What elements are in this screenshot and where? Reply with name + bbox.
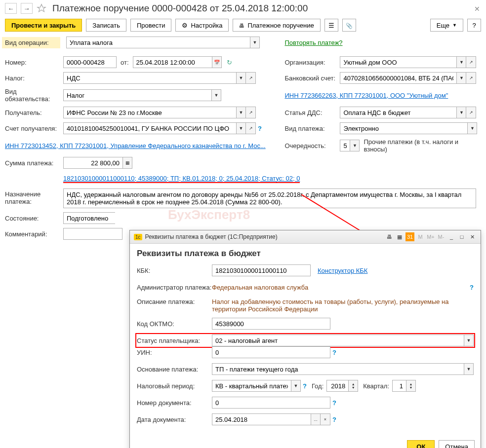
open-icon[interactable]: ↗: [246, 72, 256, 84]
year-input[interactable]: [326, 380, 348, 392]
recipient-acc-input[interactable]: [63, 122, 236, 134]
desc-label: Описание платежа:: [137, 298, 212, 305]
dropdown-icon[interactable]: ▼: [291, 380, 301, 392]
comment-input[interactable]: [63, 228, 122, 240]
repeat-payment-link[interactable]: Повторять платеж?: [284, 39, 342, 46]
dropdown-icon[interactable]: ▼: [464, 363, 474, 375]
maximize-icon[interactable]: □: [457, 232, 466, 241]
operation-type-input[interactable]: [66, 37, 250, 48]
bank-acc-input[interactable]: [340, 72, 456, 84]
m-minus-icon[interactable]: M-: [437, 232, 446, 241]
calendar-icon[interactable]: 31: [405, 232, 414, 241]
dropdown-icon[interactable]: ▼: [467, 122, 477, 134]
basis-input[interactable]: [212, 363, 464, 375]
ok-button[interactable]: ОК: [407, 440, 435, 448]
open-icon[interactable]: ↗: [246, 122, 256, 134]
liability-input[interactable]: [63, 89, 211, 101]
date-input[interactable]: [133, 56, 212, 68]
recipient-input[interactable]: [63, 107, 236, 118]
liability-label: Вид обязательства:: [5, 88, 63, 103]
period-input[interactable]: [212, 380, 291, 392]
print-payment-button[interactable]: Платежное поручение: [233, 19, 320, 32]
close-icon[interactable]: ✕: [474, 5, 480, 13]
close-icon[interactable]: ✕: [468, 232, 477, 241]
tax-label: Налог:: [5, 75, 63, 82]
dropdown-icon[interactable]: ▼: [464, 335, 474, 346]
purpose-textarea[interactable]: НДС, удержанный налоговым агентом по дог…: [63, 188, 476, 208]
more-button[interactable]: Еще ▼: [430, 19, 463, 32]
help-icon[interactable]: ?: [332, 416, 336, 423]
dropdown-icon[interactable]: ▼: [236, 122, 246, 134]
kbk-summary-link[interactable]: 18210301000011000110; 45389000; ТП; КВ.0…: [63, 175, 300, 182]
dropdown-icon[interactable]: ▼: [456, 107, 466, 118]
oktmo-input[interactable]: [212, 318, 330, 330]
minimize-icon[interactable]: _: [447, 232, 456, 241]
refresh-icon[interactable]: ↻: [227, 59, 232, 66]
dropdown-icon[interactable]: ▼: [350, 140, 360, 151]
org-input[interactable]: [340, 56, 456, 68]
dropdown-icon[interactable]: ▼: [236, 72, 246, 84]
oktmo-label: Код ОКТМО:: [137, 320, 212, 328]
tax-input[interactable]: [63, 72, 236, 84]
admin-value: Федеральная налоговая служба: [212, 284, 308, 291]
m-plus-icon[interactable]: M+: [426, 232, 435, 241]
docdate-input[interactable]: [212, 413, 311, 425]
help-icon[interactable]: ?: [303, 382, 307, 390]
dialog-window-title: Реквизиты платежа в бюджет (1С:Предприят…: [145, 233, 278, 240]
structure-button[interactable]: ☰: [324, 19, 338, 32]
budget-payment-dialog: 1c Реквизиты платежа в бюджет (1С:Предпр…: [129, 230, 481, 448]
help-icon[interactable]: ?: [332, 399, 336, 407]
help-icon[interactable]: ?: [258, 125, 262, 132]
status-input[interactable]: [212, 335, 464, 346]
clear-icon[interactable]: ×: [321, 413, 330, 425]
kbk-input[interactable]: [212, 264, 311, 276]
settings-button[interactable]: Настройка: [175, 19, 229, 32]
calculator-icon[interactable]: ▦: [122, 157, 132, 169]
dropdown-icon[interactable]: ▼: [456, 72, 466, 84]
m-icon[interactable]: M: [416, 232, 425, 241]
nav-back-button[interactable]: ←: [5, 3, 17, 14]
grid-icon[interactable]: ▦: [395, 232, 404, 241]
period-label: Налоговый период:: [137, 382, 212, 390]
spinner-icon[interactable]: ▲▼: [406, 380, 416, 392]
post-and-close-button[interactable]: Провести и закрыть: [5, 19, 82, 32]
cancel-button[interactable]: Отмена: [439, 440, 475, 448]
nav-forward-button[interactable]: →: [21, 3, 33, 14]
dropdown-icon[interactable]: ▼: [211, 89, 221, 101]
dds-input[interactable]: [340, 107, 456, 118]
org-details-link[interactable]: ИНН 7723662263, КПП 772301001, ООО "Уютн…: [284, 92, 448, 99]
dropdown-icon[interactable]: ▼: [456, 56, 466, 68]
dialog-title: Реквизиты платежа в бюджет: [137, 249, 474, 259]
docnum-input[interactable]: [212, 397, 330, 409]
kbk-constructor-link[interactable]: Конструктор КБК: [318, 267, 367, 274]
payment-type-input[interactable]: [340, 122, 467, 134]
attach-button[interactable]: [342, 19, 356, 32]
help-icon[interactable]: ?: [470, 284, 474, 291]
open-icon[interactable]: ↗: [466, 107, 476, 118]
open-icon[interactable]: ↗: [466, 72, 476, 84]
calendar-icon[interactable]: [212, 56, 222, 68]
dds-label: Статья ДДС:: [284, 109, 340, 116]
print-icon[interactable]: 🖶: [385, 232, 394, 241]
priority-label: Очередность:: [284, 142, 340, 149]
open-icon[interactable]: ↗: [466, 56, 476, 68]
post-button[interactable]: Провести: [130, 19, 172, 32]
select-icon[interactable]: ...: [311, 413, 321, 425]
save-button[interactable]: Записать: [86, 19, 126, 32]
amount-input[interactable]: [63, 157, 122, 169]
priority-input[interactable]: [340, 140, 350, 151]
help-button[interactable]: ?: [467, 19, 481, 32]
help-icon[interactable]: ?: [332, 349, 336, 356]
recipient-details-link[interactable]: ИНН 7723013452, КПП 772301001, Управлени…: [5, 142, 266, 149]
status-label: Статус плательщика:: [137, 337, 212, 344]
docnum-label: Номер документа:: [137, 399, 212, 407]
dropdown-icon[interactable]: ▼: [236, 107, 246, 118]
spinner-icon[interactable]: ▲▼: [348, 380, 358, 392]
open-icon[interactable]: ↗: [246, 107, 256, 118]
uin-input[interactable]: [212, 346, 330, 358]
dropdown-icon[interactable]: ▼: [250, 37, 260, 48]
number-input[interactable]: [63, 56, 117, 68]
state-input[interactable]: [63, 212, 115, 224]
quarter-input[interactable]: [392, 380, 406, 392]
favorite-icon[interactable]: [37, 3, 46, 13]
